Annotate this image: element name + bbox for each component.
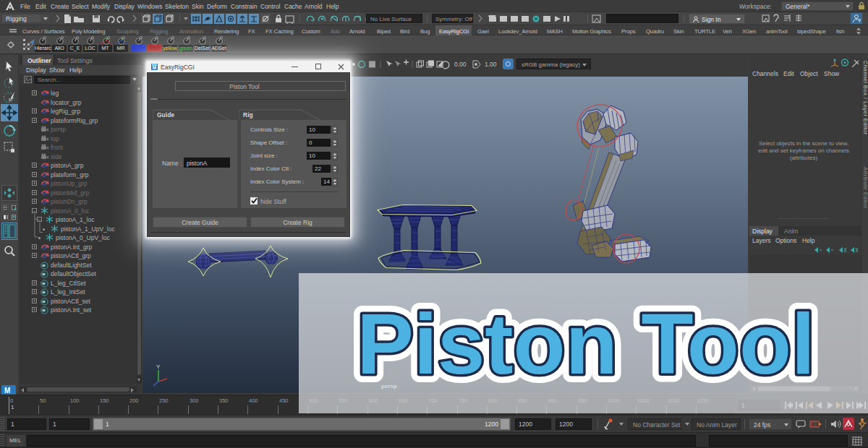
svg-text:Y: Y bbox=[156, 364, 161, 370]
svg-text:M: M bbox=[153, 65, 156, 70]
svg-text:Piston Tool: Piston Tool bbox=[357, 296, 815, 392]
